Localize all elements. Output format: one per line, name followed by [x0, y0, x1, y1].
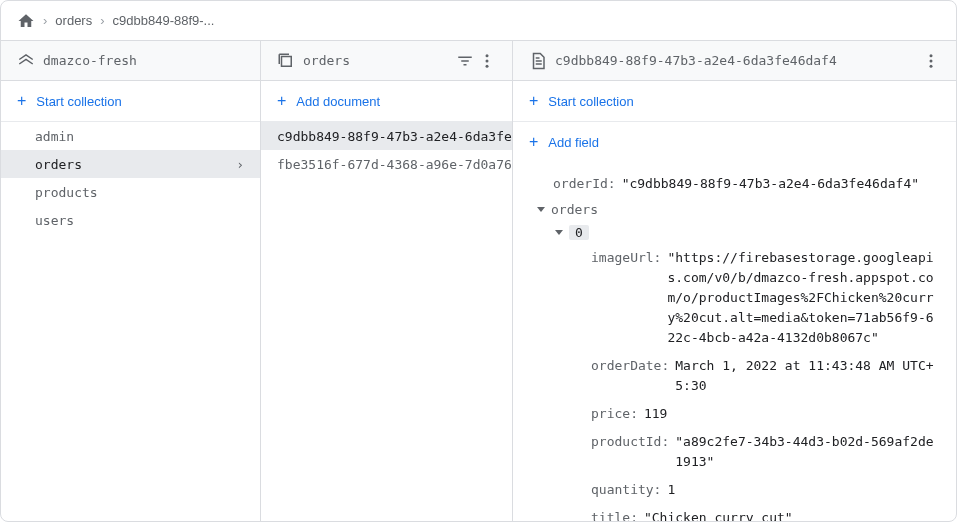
field-price[interactable]: price: 119 [513, 400, 956, 428]
add-document-label: Add document [296, 94, 380, 109]
caret-down-icon[interactable] [555, 230, 563, 235]
field-value: a89c2fe7-34b3-44d3-b02d-569af2de1913 [675, 432, 940, 472]
collection-title: orders [303, 53, 448, 68]
svg-point-6 [930, 64, 933, 67]
field-key: orderDate: [591, 356, 669, 376]
add-field-label: Add field [548, 135, 599, 150]
panel-collection: orders + Add document c9dbb849-88f9-47b3… [261, 41, 513, 521]
collection-list: admin orders › products users [1, 122, 260, 521]
field-orderDate[interactable]: orderDate: March 1, 2022 at 11:43:48 AM … [513, 352, 956, 400]
panel-document-header: c9dbb849-88f9-47b3-a2e4-6da3fe46daf4 [513, 41, 956, 81]
collection-item-products[interactable]: products [1, 178, 260, 206]
field-key: orderId: [553, 174, 616, 194]
collection-item-users[interactable]: users [1, 206, 260, 234]
panel-document: c9dbb849-88f9-47b3-a2e4-6da3fe46daf4 + S… [513, 41, 956, 521]
document-list: c9dbb849-88f9-47b3-a2e4-6da3fe46daf fbe3… [261, 122, 512, 521]
start-collection-label: Start collection [548, 94, 633, 109]
field-quantity[interactable]: quantity: 1 [513, 476, 956, 504]
field-value: https://firebasestorage.googleapis.com/v… [667, 248, 940, 348]
field-value: March 1, 2022 at 11:43:48 AM UTC+5:30 [675, 356, 940, 396]
svg-point-1 [486, 54, 489, 57]
filter-icon[interactable] [456, 52, 474, 70]
field-productId[interactable]: productId: a89c2fe7-34b3-44d3-b02d-569af… [513, 428, 956, 476]
start-collection-button[interactable]: + Start collection [1, 81, 260, 121]
add-field-button[interactable]: + Add field [513, 122, 956, 162]
array-index-0[interactable]: 0 [513, 221, 956, 244]
field-value: 119 [644, 404, 667, 424]
collection-icon [277, 52, 295, 70]
svg-rect-0 [282, 56, 292, 66]
panel-database: dmazco-fresh + Start collection admin or… [1, 41, 261, 521]
field-orders[interactable]: orders [513, 198, 956, 221]
field-key: price: [591, 404, 638, 424]
caret-down-icon[interactable] [537, 207, 545, 212]
field-value: 1 [667, 480, 675, 500]
collection-item-orders[interactable]: orders › [1, 150, 260, 178]
field-key: imageUrl: [591, 248, 661, 268]
field-imageUrl[interactable]: imageUrl: https://firebasestorage.google… [513, 244, 956, 352]
breadcrumb-orders[interactable]: orders [55, 13, 92, 28]
array-index-label: 0 [569, 225, 589, 240]
field-value: Chicken curry cut [644, 508, 793, 521]
start-collection-button[interactable]: + Start collection [513, 81, 956, 121]
document-item[interactable]: fbe3516f-677d-4368-a96e-7d0a76c0641 [261, 150, 512, 178]
more-vert-icon[interactable] [922, 52, 940, 70]
chevron-right-icon: › [236, 157, 244, 172]
svg-point-2 [486, 59, 489, 62]
field-key: quantity: [591, 480, 661, 500]
plus-icon: + [529, 92, 538, 110]
chevron-right-icon: › [43, 13, 47, 28]
breadcrumb: › orders › c9dbb849-88f9-... [1, 1, 956, 41]
svg-point-4 [930, 54, 933, 57]
document-fields: orderId: c9dbb849-88f9-47b3-a2e4-6da3fe4… [513, 162, 956, 521]
plus-icon: + [277, 92, 286, 110]
database-title: dmazco-fresh [43, 53, 244, 68]
field-key: orders [551, 202, 598, 217]
svg-point-5 [930, 59, 933, 62]
add-document-button[interactable]: + Add document [261, 81, 512, 121]
plus-icon: + [17, 92, 26, 110]
panel-database-header: dmazco-fresh [1, 41, 260, 81]
breadcrumb-doc[interactable]: c9dbb849-88f9-... [113, 13, 215, 28]
document-title: c9dbb849-88f9-47b3-a2e4-6da3fe46daf4 [555, 53, 914, 68]
svg-point-3 [486, 64, 489, 67]
field-value: c9dbb849-88f9-47b3-a2e4-6da3fe46daf4 [622, 174, 919, 194]
plus-icon: + [529, 133, 538, 151]
more-vert-icon[interactable] [478, 52, 496, 70]
database-icon [17, 52, 35, 70]
collection-item-label: orders [35, 157, 82, 172]
collection-item-admin[interactable]: admin [1, 122, 260, 150]
field-title[interactable]: title: Chicken curry cut [513, 504, 956, 521]
field-key: productId: [591, 432, 669, 452]
start-collection-label: Start collection [36, 94, 121, 109]
document-icon [529, 52, 547, 70]
panel-collection-header: orders [261, 41, 512, 81]
field-orderId[interactable]: orderId: c9dbb849-88f9-47b3-a2e4-6da3fe4… [513, 170, 956, 198]
chevron-right-icon: › [100, 13, 104, 28]
home-icon[interactable] [17, 12, 35, 30]
field-key: title: [591, 508, 638, 521]
document-item[interactable]: c9dbb849-88f9-47b3-a2e4-6da3fe46daf [261, 122, 512, 150]
